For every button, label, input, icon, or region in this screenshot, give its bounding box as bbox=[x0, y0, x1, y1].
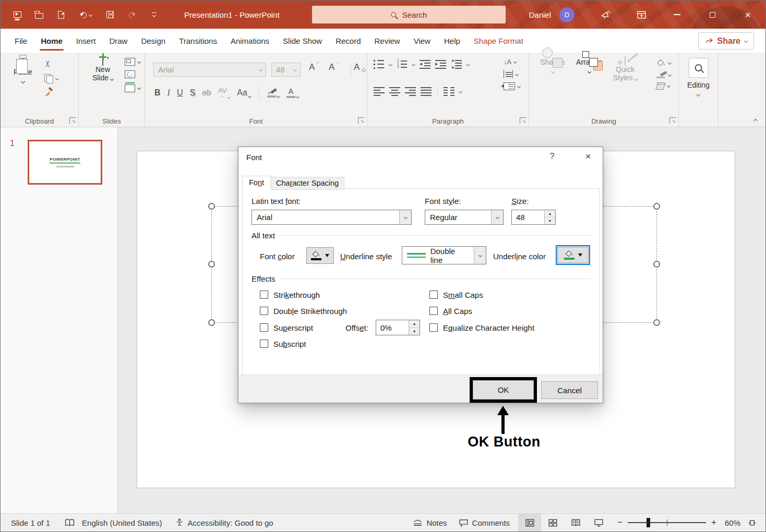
clear-formatting-button[interactable]: A◇ bbox=[354, 62, 366, 72]
tab-view[interactable]: View bbox=[407, 29, 437, 53]
offset-spinner[interactable]: 0% ▲▼ bbox=[376, 320, 420, 335]
slide-thumbnail[interactable]: POWERPOINT bbox=[28, 140, 102, 185]
resize-handle-top-left[interactable] bbox=[208, 203, 215, 210]
drawing-dialog-launcher[interactable]: ↘ bbox=[669, 117, 676, 124]
font-color-button[interactable]: A bbox=[286, 88, 299, 98]
save-button[interactable] bbox=[105, 8, 115, 21]
font-style-combo[interactable]: Regular bbox=[425, 210, 504, 225]
reset-button[interactable] bbox=[125, 70, 140, 78]
open-button[interactable] bbox=[34, 8, 44, 21]
tab-design[interactable]: Design bbox=[134, 29, 172, 53]
comments-button[interactable]: Comments bbox=[459, 518, 510, 527]
highlight-color-button[interactable] bbox=[267, 88, 280, 98]
spin-down-icon[interactable]: ▼ bbox=[409, 328, 420, 335]
arrange-button[interactable]: Arrange bbox=[572, 58, 606, 75]
superscript-checkbox-row[interactable]: Superscript bbox=[260, 322, 313, 333]
resize-handle-middle-left[interactable] bbox=[208, 261, 215, 268]
tab-review[interactable]: Review bbox=[368, 29, 407, 53]
shape-outline-button[interactable] bbox=[656, 71, 671, 78]
quick-styles-button[interactable]: Quick Styles bbox=[608, 57, 642, 82]
checkbox[interactable] bbox=[429, 307, 438, 315]
checkbox[interactable] bbox=[429, 323, 438, 332]
double-strikethrough-checkbox-row[interactable]: Double Strikethrough bbox=[260, 305, 347, 317]
tab-home[interactable]: Home bbox=[34, 29, 69, 53]
all-caps-checkbox-row[interactable]: All Caps bbox=[429, 305, 472, 317]
equalize-character-height-checkbox-row[interactable]: Equalize Character Height bbox=[429, 322, 534, 333]
slideshow-view-button[interactable] bbox=[587, 514, 610, 531]
checkbox[interactable] bbox=[260, 291, 268, 299]
paste-button[interactable]: Paste bbox=[9, 57, 37, 84]
ribbon-display-options-button[interactable] bbox=[624, 1, 659, 29]
font-dialog-launcher[interactable]: ↘ bbox=[358, 117, 364, 124]
cancel-button[interactable]: Cancel bbox=[541, 381, 598, 399]
resize-handle-bottom-left[interactable] bbox=[208, 319, 215, 326]
undo-button[interactable] bbox=[78, 8, 93, 21]
tab-animations[interactable]: Animations bbox=[224, 29, 276, 53]
numbering-button[interactable] bbox=[397, 59, 408, 69]
decrease-indent-button[interactable] bbox=[420, 59, 430, 69]
fit-slide-to-window-button[interactable] bbox=[740, 514, 763, 531]
subscript-checkbox-row[interactable]: Subscript bbox=[260, 338, 306, 349]
size-spinner[interactable]: 48 ▲▼ bbox=[511, 210, 556, 225]
resize-handle-top-right[interactable] bbox=[653, 203, 660, 210]
strikethrough-button[interactable]: ab bbox=[202, 88, 211, 98]
zoom-out-button[interactable]: − bbox=[617, 517, 623, 528]
tab-record[interactable]: Record bbox=[329, 29, 367, 53]
collapse-ribbon-button[interactable] bbox=[753, 119, 758, 123]
increase-font-size-button[interactable]: Aˆ bbox=[309, 62, 319, 72]
justify-button[interactable] bbox=[421, 87, 432, 96]
font-color-button[interactable] bbox=[306, 247, 334, 264]
decrease-font-size-button[interactable]: Aˇ bbox=[329, 62, 339, 72]
columns-button[interactable] bbox=[444, 87, 454, 96]
spin-up-icon[interactable]: ▲ bbox=[545, 210, 555, 217]
cut-button[interactable]: ✂ bbox=[44, 59, 51, 68]
underline-button[interactable]: U bbox=[177, 88, 183, 98]
change-case-button[interactable]: Aa bbox=[237, 88, 251, 98]
line-spacing-button[interactable] bbox=[451, 59, 462, 69]
reading-view-button[interactable] bbox=[564, 514, 587, 531]
underline-style-combo[interactable]: Double line bbox=[402, 246, 486, 264]
new-slide-button[interactable]: New Slide bbox=[87, 57, 118, 82]
underline-color-button[interactable] bbox=[557, 247, 589, 263]
resize-handle-bottom-right[interactable] bbox=[653, 319, 660, 326]
tab-slide-show[interactable]: Slide Show bbox=[276, 29, 329, 53]
text-shadow-button[interactable]: S bbox=[189, 88, 195, 98]
align-left-button[interactable] bbox=[374, 87, 385, 96]
align-text-button[interactable] bbox=[504, 70, 518, 78]
tab-file[interactable]: File bbox=[8, 29, 34, 53]
accessibility-button[interactable]: Accessibility: Good to go bbox=[175, 518, 273, 527]
resize-handle-middle-right[interactable] bbox=[653, 261, 660, 268]
checkbox[interactable] bbox=[429, 291, 438, 299]
latin-font-combo[interactable]: Arial bbox=[252, 210, 412, 225]
close-button[interactable]: × bbox=[730, 1, 765, 29]
clipboard-dialog-launcher[interactable]: ↘ bbox=[69, 117, 76, 124]
normal-view-button[interactable] bbox=[518, 514, 541, 531]
avatar[interactable]: D bbox=[559, 7, 574, 22]
checkbox[interactable] bbox=[260, 307, 268, 315]
checkbox[interactable] bbox=[260, 340, 268, 348]
share-button[interactable]: Share bbox=[698, 32, 754, 50]
strikethrough-checkbox-row[interactable]: Strikethrough bbox=[260, 289, 320, 300]
start-slideshow-button[interactable] bbox=[12, 8, 22, 21]
tab-shape-format[interactable]: Shape Format bbox=[467, 29, 530, 53]
minimize-button[interactable] bbox=[659, 1, 695, 29]
shape-effects-button[interactable] bbox=[656, 82, 671, 89]
language-button[interactable]: English (United States) bbox=[82, 518, 162, 527]
bold-button[interactable]: B bbox=[154, 88, 161, 98]
italic-button[interactable]: I bbox=[167, 88, 170, 98]
align-center-button[interactable] bbox=[389, 87, 400, 96]
increase-indent-button[interactable] bbox=[435, 59, 446, 69]
zoom-level[interactable]: 60% bbox=[725, 518, 740, 527]
slide-indicator[interactable]: Slide 1 of 1 bbox=[11, 518, 50, 527]
zoom-in-button[interactable]: + bbox=[711, 517, 716, 528]
new-file-button[interactable] bbox=[56, 8, 66, 21]
chevron-down-icon[interactable] bbox=[491, 210, 503, 224]
font-name-combo[interactable]: Arial bbox=[153, 63, 266, 77]
shape-fill-button[interactable] bbox=[656, 59, 671, 67]
help-button[interactable]: ? bbox=[545, 152, 559, 161]
paragraph-dialog-launcher[interactable]: ↘ bbox=[520, 117, 526, 124]
align-right-button[interactable] bbox=[405, 87, 416, 96]
bullets-button[interactable] bbox=[374, 59, 385, 69]
coming-soon-button[interactable] bbox=[588, 1, 624, 29]
notes-button[interactable]: Notes bbox=[413, 518, 447, 527]
